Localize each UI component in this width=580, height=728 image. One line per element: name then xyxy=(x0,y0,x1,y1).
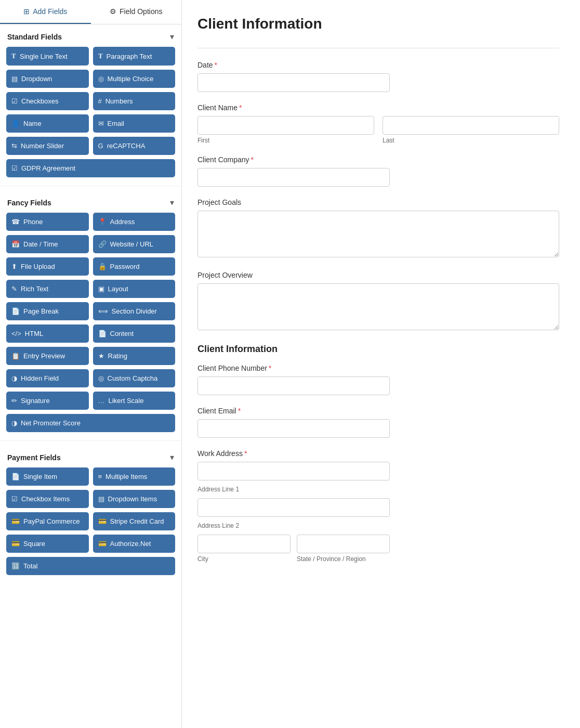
field-btn-dropdown[interactable]: ▤ Dropdown xyxy=(6,70,89,88)
field-btn-checkbox-items[interactable]: ☑ Checkbox Items xyxy=(6,490,89,508)
field-btn-website-url[interactable]: 🔗 Website / URL xyxy=(93,235,176,253)
field-btn-date-time[interactable]: 📅 Date / Time xyxy=(6,235,89,253)
field-btn-recaptcha[interactable]: G reCAPTCHA xyxy=(93,137,176,155)
field-btn-single-line-text[interactable]: 𝐓 Single Line Text xyxy=(6,47,89,66)
paypal-commerce-icon: 💳 xyxy=(11,517,20,525)
date-input[interactable] xyxy=(197,73,390,92)
address-line1-input[interactable] xyxy=(197,462,390,480)
field-btn-paragraph-text[interactable]: 𝐓 Paragraph Text xyxy=(93,47,176,66)
field-btn-net-promoter-score[interactable]: ◑ Net Promoter Score xyxy=(6,414,175,432)
field-btn-html[interactable]: </> HTML xyxy=(6,324,89,343)
date-required: * xyxy=(215,61,217,69)
address-line2-input[interactable] xyxy=(197,498,390,517)
first-name-input[interactable] xyxy=(197,116,374,135)
field-btn-phone[interactable]: ☎ Phone xyxy=(6,213,89,231)
website-url-icon: 🔗 xyxy=(98,240,107,248)
client-phone-required: * xyxy=(269,364,271,372)
field-btn-square[interactable]: 💳 Square xyxy=(6,535,89,553)
project-goals-textarea[interactable] xyxy=(197,211,559,257)
file-upload-icon: ⬆ xyxy=(11,263,17,270)
number-slider-icon: ⇆ xyxy=(11,142,17,150)
dropdown-items-icon: ▤ xyxy=(98,495,104,503)
client-company-field-group: Client Company * xyxy=(197,155,559,187)
client-email-label: Client Email * xyxy=(197,407,559,415)
payment-fields-header: Payment Fields ▾ xyxy=(0,445,181,467)
field-btn-rich-text[interactable]: ✎ Rich Text xyxy=(6,280,89,298)
field-btn-address[interactable]: 📍 Address xyxy=(93,213,176,231)
field-btn-section-divider[interactable]: ⟺ Section Divider xyxy=(93,302,176,320)
tab-field-options[interactable]: ⚙ Field Options xyxy=(91,0,182,24)
fancy-fields-header: Fancy Fields ▾ xyxy=(0,190,181,213)
field-btn-number-slider[interactable]: ⇆ Number Slider xyxy=(6,137,89,155)
field-btn-likert-scale[interactable]: … Likert Scale xyxy=(93,392,176,410)
tab-add-fields[interactable]: ⊞ Add Fields xyxy=(0,0,91,24)
field-btn-hidden-field[interactable]: ◑ Hidden Field xyxy=(6,369,89,387)
client-name-label: Client Name * xyxy=(197,103,559,112)
field-btn-name[interactable]: 👤 Name xyxy=(6,114,89,133)
state-sublabel: State / Province / Region xyxy=(297,555,390,563)
entry-preview-icon: 📋 xyxy=(11,352,20,360)
form-title-divider xyxy=(197,48,559,48)
project-overview-label: Project Overview xyxy=(197,271,559,279)
field-btn-total[interactable]: 🔢 Total xyxy=(6,557,175,575)
client-company-input[interactable] xyxy=(197,168,390,187)
form-title: Client Information xyxy=(197,16,559,32)
page-break-icon: 📄 xyxy=(11,307,20,315)
rich-text-icon: ✎ xyxy=(11,285,17,293)
fancy-fields-collapse[interactable]: ▾ xyxy=(170,198,174,207)
date-field-group: Date * xyxy=(197,61,559,92)
field-btn-authorize-net[interactable]: 💳 Authorize.Net xyxy=(93,535,176,553)
custom-captcha-icon: ◎ xyxy=(98,374,104,382)
project-goals-field-group: Project Goals xyxy=(197,198,559,259)
field-btn-content[interactable]: 📄 Content xyxy=(93,324,176,343)
field-btn-password[interactable]: 🔒 Password xyxy=(93,257,176,276)
client-email-field-group: Client Email * xyxy=(197,407,559,438)
field-btn-email[interactable]: ✉ Email xyxy=(93,114,176,133)
field-btn-page-break[interactable]: 📄 Page Break xyxy=(6,302,89,320)
payment-fields-collapse[interactable]: ▾ xyxy=(170,452,174,462)
city-input[interactable] xyxy=(197,535,291,553)
stripe-credit-card-icon: 💳 xyxy=(98,517,107,525)
rating-icon: ★ xyxy=(98,352,104,360)
field-btn-numbers[interactable]: # Numbers xyxy=(93,92,176,110)
email-icon: ✉ xyxy=(98,120,104,127)
field-btn-signature[interactable]: ✏ Signature xyxy=(6,392,89,410)
numbers-icon: # xyxy=(98,97,102,105)
last-name-input[interactable] xyxy=(383,116,559,135)
client-phone-input[interactable] xyxy=(197,376,390,395)
recaptcha-icon: G xyxy=(98,142,103,150)
phone-icon: ☎ xyxy=(11,218,20,226)
client-email-input[interactable] xyxy=(197,419,390,438)
field-btn-dropdown-items[interactable]: ▤ Dropdown Items xyxy=(93,490,176,508)
content-icon: 📄 xyxy=(98,330,107,337)
dropdown-icon: ▤ xyxy=(11,75,18,83)
field-btn-paypal-commerce[interactable]: 💳 PayPal Commerce xyxy=(6,512,89,530)
client-name-row: First Last xyxy=(197,116,559,144)
field-btn-checkboxes[interactable]: ☑ Checkboxes xyxy=(6,92,89,110)
work-address-required: * xyxy=(244,449,247,458)
add-fields-icon: ⊞ xyxy=(23,7,30,16)
field-btn-gdpr[interactable]: ☑ GDPR Agreement xyxy=(6,159,175,177)
date-label: Date * xyxy=(197,61,559,69)
field-btn-single-item[interactable]: 📄 Single Item xyxy=(6,467,89,486)
field-btn-rating[interactable]: ★ Rating xyxy=(93,347,176,365)
state-input[interactable] xyxy=(297,535,390,553)
project-overview-textarea[interactable] xyxy=(197,283,559,330)
work-address-label: Work Address * xyxy=(197,449,559,458)
square-icon: 💳 xyxy=(11,540,20,548)
standard-fields-grid: 𝐓 Single Line Text 𝐓 Paragraph Text ▤ Dr… xyxy=(0,47,181,184)
field-btn-stripe-credit-card[interactable]: 💳 Stripe Credit Card xyxy=(93,512,176,530)
field-btn-entry-preview[interactable]: 📋 Entry Preview xyxy=(6,347,89,365)
field-btn-multiple-items[interactable]: ≡ Multiple Items xyxy=(93,467,176,486)
field-btn-layout[interactable]: ▣ Layout xyxy=(93,280,176,298)
single-item-icon: 📄 xyxy=(11,473,20,480)
standard-fields-collapse[interactable]: ▾ xyxy=(170,32,174,42)
work-address-field-group: Work Address * Address Line 1 Address Li… xyxy=(197,449,559,563)
field-btn-multiple-choice[interactable]: ◎ Multiple Choice xyxy=(93,70,176,88)
fancy-fields-grid: ☎ Phone 📍 Address 📅 Date / Time 🔗 Websit… xyxy=(0,213,181,438)
net-promoter-score-icon: ◑ xyxy=(11,419,17,427)
field-btn-custom-captcha[interactable]: ◎ Custom Captcha xyxy=(93,369,176,387)
checkboxes-icon: ☑ xyxy=(11,97,18,105)
field-btn-file-upload[interactable]: ⬆ File Upload xyxy=(6,257,89,276)
first-name-sublabel: First xyxy=(197,137,374,144)
